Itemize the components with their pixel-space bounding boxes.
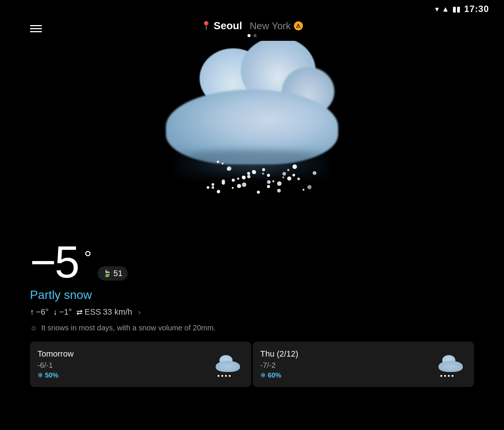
- down-arrow-icon: ↓: [53, 307, 57, 317]
- weather-details[interactable]: ↑ −6° ↓ −1° ⇄ ESS 33 km/h ›: [30, 307, 474, 317]
- wind-detail: ⇄ ESS 33 km/h: [76, 307, 132, 317]
- location-pin-icon: 📍: [201, 21, 211, 31]
- forecast-cloud-tomorrow: [214, 355, 244, 374]
- location-tabs: 📍 Seoul New York ⚠: [201, 20, 303, 32]
- snowflake-14: [257, 191, 260, 194]
- location-area: 📍 Seoul New York ⚠: [201, 20, 303, 37]
- snowflake-24: [217, 190, 220, 193]
- details-chevron-icon[interactable]: ›: [138, 308, 141, 317]
- low-temp-value: −1°: [59, 307, 72, 317]
- low-temp-detail: ↓ −1°: [53, 307, 72, 317]
- page-dots: [248, 34, 256, 37]
- status-icons: ▾ ▲ ▮▮: [435, 4, 461, 13]
- high-temp-value: −6°: [36, 307, 49, 317]
- mini-snow-dots-1: [218, 375, 231, 377]
- snow-desc-text: It snows in most days, with a snow volum…: [41, 324, 216, 332]
- aqi-badge: 🍃 51: [98, 266, 128, 281]
- dot-2: [253, 34, 256, 37]
- forecast-card-thu[interactable]: Thu (2/12) -7/-2 ❄ 60%: [253, 342, 474, 387]
- mini-cloud-body-1: [216, 361, 240, 372]
- mini-snow-dots-2: [440, 375, 453, 377]
- mini-cloud-body-2: [438, 361, 463, 372]
- forecast-cloud-thu: [437, 355, 467, 374]
- forecast-temps-tomorrow: -6/-1: [37, 361, 74, 370]
- mini-dot-5: [440, 375, 442, 377]
- snowflake-29: [277, 189, 281, 193]
- temperature-section: −5 ° 🍃 51 Partly snow ↑ −6° ↓ −1° ⇄ ESS …: [0, 239, 504, 333]
- snowflake-4: [232, 187, 234, 189]
- signal-icon: ▲: [442, 5, 449, 13]
- temperature-row: −5 ° 🍃 51: [30, 239, 474, 284]
- wind-speed: 33 km/h: [103, 307, 132, 317]
- forecast-info-tomorrow: Tomorrow -6/-1 ❄ 50%: [37, 349, 74, 379]
- menu-button[interactable]: [30, 25, 42, 32]
- temperature-value: −5: [30, 239, 78, 284]
- menu-line-2: [30, 28, 42, 29]
- mini-dot-2: [221, 375, 223, 377]
- weather-condition: Partly snow: [30, 288, 474, 302]
- mini-dot-6: [444, 375, 446, 377]
- snow-description: ☼ It snows in most days, with a snow vol…: [30, 323, 474, 333]
- degree-symbol: °: [84, 247, 92, 269]
- forecast-snow-tomorrow: ❄ 50%: [37, 371, 74, 379]
- aqi-value: 51: [113, 269, 122, 278]
- header: 📍 Seoul New York ⚠: [0, 16, 504, 41]
- leaf-icon: 🍃: [103, 269, 111, 278]
- seoul-label: Seoul: [213, 20, 242, 32]
- mini-dot-7: [448, 375, 450, 377]
- forecast-day-thu: Thu (2/12): [260, 349, 298, 359]
- forecast-temps-thu: -7/-2: [260, 361, 298, 370]
- status-bar: ▾ ▲ ▮▮ 17:30: [0, 0, 504, 16]
- forecast-snow-thu: ❄ 60%: [260, 371, 298, 379]
- location-tab-seoul[interactable]: 📍 Seoul: [201, 20, 242, 32]
- menu-line-3: [30, 31, 42, 32]
- snow-chance-tomorrow: 50%: [45, 372, 58, 379]
- mini-dot-3: [225, 375, 227, 377]
- wind-direction: ESS: [85, 307, 101, 317]
- snow-chance-thu: 60%: [268, 372, 281, 379]
- mini-dot-8: [452, 375, 453, 377]
- snow-icon-thu: ❄: [260, 372, 266, 379]
- wifi-icon: ▾: [435, 4, 439, 13]
- up-arrow-icon: ↑: [30, 307, 34, 317]
- newyork-label: New York: [250, 20, 291, 32]
- menu-line-1: [30, 25, 42, 26]
- location-tab-newyork[interactable]: New York ⚠: [250, 20, 303, 32]
- mini-dot-4: [229, 375, 231, 377]
- forecast-day-tomorrow: Tomorrow: [37, 349, 74, 359]
- snow-icon-tomorrow: ❄: [37, 372, 43, 379]
- forecast-info-thu: Thu (2/12) -7/-2 ❄ 60%: [260, 349, 298, 379]
- forecast-card-tomorrow[interactable]: Tomorrow -6/-1 ❄ 50%: [30, 342, 251, 387]
- snowflake-12: [303, 189, 304, 191]
- partly-sun-icon: ☼: [30, 323, 37, 333]
- status-time: 17:30: [464, 4, 489, 14]
- forecast-row: Tomorrow -6/-1 ❄ 50% Thu (2/12) -7/-2 ❄: [0, 342, 504, 387]
- dot-1: [248, 34, 251, 37]
- weather-visual: [0, 41, 504, 236]
- high-temp-detail: ↑ −6°: [30, 307, 49, 317]
- mini-dot-1: [218, 375, 219, 377]
- cloud-shadow: [177, 149, 327, 179]
- wind-direction-icon: ⇄: [76, 308, 83, 317]
- cloud-animation: [155, 75, 349, 187]
- warning-badge: ⚠: [294, 21, 303, 30]
- battery-icon: ▮▮: [452, 4, 461, 13]
